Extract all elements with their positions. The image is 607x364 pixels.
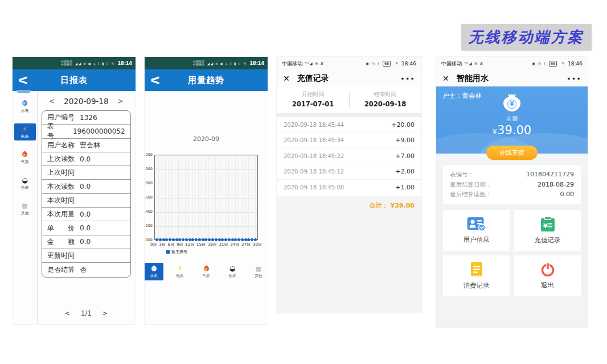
field-label: 本次用量 xyxy=(47,209,75,219)
data-point-dot xyxy=(162,238,165,241)
sidebar-item-meter[interactable]: ▦ 其他 xyxy=(14,200,36,217)
status-bar: 中国电信 中国移动 ◢◢ ≋ ◉ ⓝ ᛒ ▮ ☾ ✎ 18:14 xyxy=(145,57,268,69)
y-tick-label: 0.800 xyxy=(145,181,153,185)
meter-type-sidebar: 水表 ⚡ 电表 气表 ◒ 热表 xyxy=(13,91,38,324)
tile-exit[interactable]: 退出 xyxy=(514,255,581,296)
field-label: 金 额 xyxy=(47,237,75,247)
page-indicator: 1/1 xyxy=(81,309,92,317)
sidebar-item-meter[interactable]: ⚡ 电表 xyxy=(14,123,36,140)
status-left-icons: ⁴ᴳ◢ ≋ Ƶ xyxy=(464,61,483,66)
online-recharge-button[interactable]: 在线充值 xyxy=(486,146,538,160)
prev-page-button[interactable]: < xyxy=(65,309,71,317)
balance-value: ¥39.00 xyxy=(493,123,531,137)
tile-consumption-records[interactable]: 消费记录 xyxy=(443,255,510,296)
carrier-2: 中国移动 xyxy=(193,63,204,67)
tile-recharge-records[interactable]: ¥ 充值记录 xyxy=(514,210,581,251)
carrier: 中国移动 xyxy=(282,60,302,68)
legend-swatch xyxy=(166,250,170,254)
report-table: 用户编号 1326 表 号 196000000052 用户名称 曹会林 xyxy=(42,110,131,278)
record-timestamp: 2020-09-18 18:45:34 xyxy=(284,137,344,143)
meter-type-icon: ⚡ xyxy=(22,125,27,133)
more-menu-icon[interactable]: ••• xyxy=(567,75,581,83)
start-date-picker[interactable]: 开始时间 2017-07-01 xyxy=(277,90,349,108)
data-point-dot xyxy=(231,238,234,241)
sidebar-item-meter[interactable]: ◒ 热表 xyxy=(14,175,36,192)
tab-meter-type[interactable]: ◒ 热表 xyxy=(223,263,242,280)
carrier-labels: 中国电信 中国移动 xyxy=(193,60,204,67)
x-tick-label: 24日 xyxy=(230,242,239,247)
page-title: 智能用水 xyxy=(457,73,489,84)
data-point-dot xyxy=(251,238,253,241)
field-label: 上次读数 xyxy=(47,154,75,164)
table-row: 上次时间 xyxy=(42,166,130,180)
tab-label: 水表 xyxy=(150,274,158,279)
tab-meter-type[interactable]: ▦ 其他 xyxy=(249,263,268,280)
more-menu-icon[interactable]: ••• xyxy=(400,75,415,83)
meter-type-icon: ◒ xyxy=(229,265,235,272)
sidebar-item-label: 热表 xyxy=(21,185,29,191)
info-row: 最后结算日期： 2018-08-29 xyxy=(450,180,574,190)
x-tick-label: 15日 xyxy=(196,242,206,247)
meter-type-icon xyxy=(22,100,27,107)
meter-type-icon: ▦ xyxy=(22,202,27,209)
data-point-dot xyxy=(155,238,158,241)
next-page-button[interactable]: > xyxy=(102,309,108,317)
data-point-dot xyxy=(244,238,247,241)
meter-type-icon: ◒ xyxy=(22,176,27,184)
phone-recharge-records: 中国移动 ⁴ᴳ◢ ≋ Ƶ ◉ ◷ ᛒ 66 ✎ 18:46 ✕ 充值记录 •••… xyxy=(277,57,421,313)
tile-user-info[interactable]: 用户信息 xyxy=(443,210,510,251)
x-tick-label: 0日 xyxy=(150,242,157,247)
field-label: 更新时间 xyxy=(47,251,75,260)
data-point-dot xyxy=(185,238,188,241)
back-icon[interactable]: ᐸ xyxy=(18,75,28,86)
currency-symbol: ¥ xyxy=(493,127,497,136)
money-bag-knot xyxy=(508,94,516,97)
header: ✕ 充值记录 ••• xyxy=(277,71,421,86)
close-icon[interactable]: ✕ xyxy=(442,74,449,83)
header: ✕ 智能用水 ••• xyxy=(436,71,588,86)
info-label: 最后结算日期： xyxy=(450,180,492,190)
data-point-dot xyxy=(169,238,171,241)
close-icon[interactable]: ✕ xyxy=(283,74,290,83)
record-row: 2020-09-18 18:45:44 +20.00 xyxy=(277,117,421,133)
record-row: 2020-09-18 18:45:00 +1.00 xyxy=(277,180,421,196)
chart-grid xyxy=(154,155,258,240)
sidebar-item-label: 水表 xyxy=(21,108,29,114)
sidebar-item-meter[interactable]: 气表 xyxy=(14,149,36,166)
tab-meter-type[interactable]: 气表 xyxy=(196,263,216,280)
data-point-dot xyxy=(172,238,175,241)
data-point-dot xyxy=(195,238,198,241)
phone-daily-report: 中国电信 中国移动 ◢◢ ≋ ◉ ⓝ ᛒ ▮ ☾ ✎ 18:14 ᐸ 日报表 水… xyxy=(13,57,136,324)
money-bag-icon: ¥ xyxy=(503,97,520,111)
balance-block: ¥ 余额 ¥39.00 xyxy=(436,94,588,137)
meter-type-icon: ⚡ xyxy=(178,265,182,272)
carrier-2: 中国移动 xyxy=(61,63,72,67)
x-tick-label: 9日 xyxy=(177,242,183,247)
field-label: 用户编号 xyxy=(47,113,75,122)
total-value: ¥39.00 xyxy=(391,202,415,209)
record-timestamp: 2020-09-18 18:45:44 xyxy=(284,122,344,128)
consumption-record-icon xyxy=(470,262,483,278)
data-point-dot xyxy=(221,238,224,241)
page-canvas: 无线移动端方案 中国电信 中国移动 ◢◢ ≋ ◉ ⓝ ᛒ ▮ ☾ ✎ 18:14… xyxy=(0,0,607,364)
field-label: 本次读数 xyxy=(47,182,75,192)
back-icon[interactable]: ᐸ xyxy=(150,75,160,86)
field-label: 是否结算 xyxy=(47,265,75,275)
recharge-record-icon: ¥ xyxy=(540,216,555,232)
tile-label: 充值记录 xyxy=(535,236,561,245)
field-label: 单 价 xyxy=(47,224,75,233)
next-date-button[interactable]: > xyxy=(118,97,124,105)
end-date-picker[interactable]: 结束时间 2020-09-18 xyxy=(349,90,421,108)
prev-date-button[interactable]: < xyxy=(49,97,55,105)
tab-meter-type[interactable]: 水表 xyxy=(145,263,163,280)
tile-label: 消费记录 xyxy=(464,282,490,290)
current-date[interactable]: 2020-09-18 xyxy=(64,97,108,106)
tab-meter-type[interactable]: ⚡ 电表 xyxy=(170,263,190,280)
phone-smart-water: 中国移动 ⁴ᴳ◢ ≋ Ƶ ◉ ◷ ᛒ 66 ✎ 18:46 ✕ 智能用水 •••… xyxy=(436,57,588,328)
data-point-dot xyxy=(247,238,250,241)
field-value: 0.0 xyxy=(80,210,91,218)
status-bar: 中国电信 中国移动 ◢◢ ≋ ◉ ⓝ ᛒ ▮ ☾ ✎ 18:14 xyxy=(13,57,136,69)
status-right-icons: ◉ ◷ ᛒ xyxy=(366,61,380,66)
battery-icon: 66 xyxy=(549,61,557,67)
sidebar-item-meter[interactable]: 水表 xyxy=(14,98,36,115)
